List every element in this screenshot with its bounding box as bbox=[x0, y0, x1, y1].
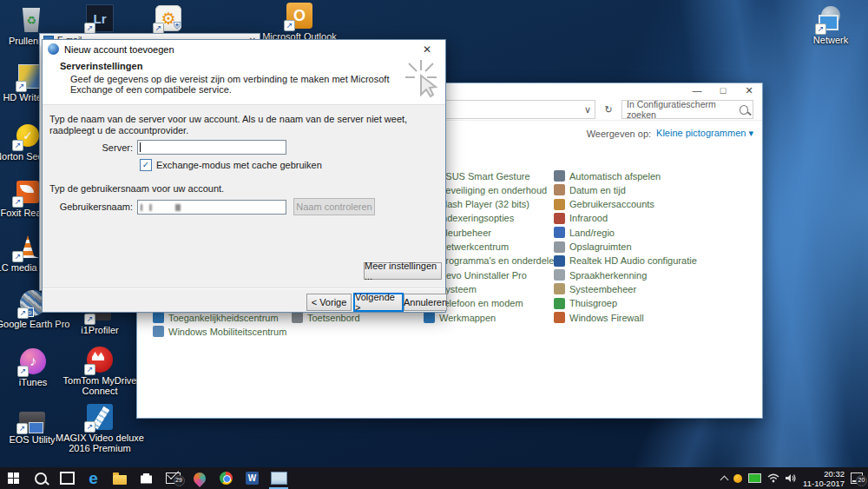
username-label: Gebruikersnaam: bbox=[43, 202, 137, 212]
username-input[interactable] bbox=[137, 200, 286, 215]
search-icon[interactable] bbox=[740, 105, 748, 115]
cp-item-thuisgroep[interactable]: Thuisgroep bbox=[554, 298, 617, 309]
active-window-icon[interactable] bbox=[266, 467, 291, 489]
start-button[interactable] bbox=[2, 467, 26, 489]
next-button[interactable]: Volgende > bbox=[353, 293, 404, 312]
tray-date: 11-10-2017 bbox=[803, 479, 845, 488]
close-button[interactable]: ✕ bbox=[736, 83, 762, 99]
sketch-cursor-graphic bbox=[404, 58, 438, 98]
wifi-icon[interactable] bbox=[767, 473, 779, 483]
shortcut-arrow-icon: ↗ bbox=[12, 196, 23, 208]
search-button[interactable] bbox=[29, 467, 53, 489]
cp-item-infrarood[interactable]: Infrarood bbox=[554, 213, 608, 224]
cp-item-label: Automatisch afspelen bbox=[569, 171, 661, 182]
chrome-icon[interactable] bbox=[214, 467, 238, 489]
search-input[interactable]: In Configuratiescherm zoeken bbox=[621, 100, 753, 119]
cp-item-spraakherkenning[interactable]: Spraakherkenning bbox=[554, 269, 647, 281]
shortcut-arrow-icon: ↗ bbox=[284, 20, 295, 31]
desktop-icon-netwerk[interactable]: ↗Netwerk bbox=[789, 5, 868, 45]
desktop-icon-label: EOS Utility bbox=[9, 434, 55, 445]
cp-item-windows-firewall[interactable]: Windows Firewall bbox=[554, 312, 644, 323]
shortcut-arrow-icon: ↗ bbox=[16, 81, 27, 92]
file-explorer-icon[interactable] bbox=[108, 467, 132, 489]
close-icon[interactable]: ✕ bbox=[414, 43, 440, 56]
shortcut-arrow-icon: ↗ bbox=[815, 23, 826, 35]
mail-icon[interactable]: 29 bbox=[161, 467, 185, 489]
maximize-button[interactable]: □ bbox=[710, 83, 736, 99]
cp-item-label: Toegankelijkheidscentrum bbox=[168, 313, 279, 323]
accessibility-center-icon bbox=[153, 312, 164, 323]
battery-icon[interactable] bbox=[748, 473, 761, 483]
desktop-icon-microsoft-outlook[interactable]: O↗Microsoft Outlook bbox=[258, 2, 341, 42]
dialog-header-title: Serverinstellingen bbox=[60, 61, 142, 71]
desktop-icon-magix-video-deluxe[interactable]: ↗MAGIX Video deluxe 2016 Premium bbox=[58, 403, 141, 453]
search-placeholder: In Configuratiescherm zoeken bbox=[627, 99, 740, 120]
task-view-button[interactable] bbox=[55, 467, 79, 489]
system-tray: 20:32 11-10-2017 20 bbox=[721, 467, 868, 489]
desktop-icon-label: MAGIX Video deluxe 2016 Premium bbox=[52, 433, 148, 453]
cp-item-label: Windows Firewall bbox=[569, 313, 644, 323]
cp-item-label: Programma's en onderdelen bbox=[439, 255, 559, 266]
cp-item-automatisch-afspelen[interactable]: Automatisch afspelen bbox=[554, 170, 661, 182]
cp-item-label: Spraakherkenning bbox=[569, 270, 647, 281]
cp-item-gebruikersaccounts[interactable]: Gebruikersaccounts bbox=[554, 199, 654, 210]
cp-item-label: Kleurbeheer bbox=[439, 228, 491, 238]
tray-chevron-up-icon[interactable] bbox=[721, 474, 727, 483]
store-icon[interactable] bbox=[135, 467, 159, 489]
cp-item-label: Infrarood bbox=[569, 213, 608, 223]
speech-icon bbox=[554, 269, 565, 281]
edge-icon[interactable]: e bbox=[82, 467, 106, 489]
cp-item-toetsenbord[interactable]: Toetsenbord bbox=[292, 312, 360, 323]
server-instruction-line1: Typ de naam van de server voor uw accoun… bbox=[49, 114, 445, 125]
user-instruction: Typ de gebruikersnaam voor uw account. bbox=[49, 183, 445, 195]
back-button[interactable]: < Vorige bbox=[306, 294, 352, 311]
cancel-button[interactable]: Annuleren bbox=[404, 294, 447, 311]
cp-item-opslagruimten[interactable]: Opslagruimten bbox=[554, 241, 632, 253]
desktop-icon-label: Netwerk bbox=[813, 35, 848, 45]
keyboard-icon bbox=[292, 312, 303, 323]
word-icon[interactable]: W bbox=[240, 467, 265, 489]
desktop-icon-gears-tool[interactable]: ⚙↗ bbox=[127, 4, 210, 34]
shortcut-arrow-icon: ↗ bbox=[16, 423, 28, 434]
cache-mode-checkbox[interactable]: ✓ bbox=[140, 159, 152, 171]
datetime-icon bbox=[554, 184, 565, 195]
action-center-icon[interactable]: 20 bbox=[851, 472, 863, 484]
cp-item-label: Opslagruimten bbox=[569, 241, 632, 252]
shortcut-arrow-icon: ↗ bbox=[12, 251, 23, 262]
view-selector[interactable]: Kleine pictogrammen ▾ bbox=[656, 128, 753, 139]
cp-item-systeembeheer[interactable]: Systeembeheer bbox=[554, 283, 636, 294]
cp-item-toegankelijkheidscentrum[interactable]: Toegankelijkheidscentrum bbox=[153, 312, 279, 323]
norton-tray-icon[interactable] bbox=[733, 474, 742, 483]
server-input[interactable] bbox=[137, 140, 286, 155]
more-settings-button[interactable]: Meer instellingen ... bbox=[364, 262, 442, 280]
paint-icon[interactable] bbox=[187, 467, 212, 489]
cp-item-label: Toetsenbord bbox=[307, 313, 360, 323]
cp-item-datum-en-tijd[interactable]: Datum en tijd bbox=[554, 184, 626, 195]
check-name-button[interactable]: Naam controleren bbox=[293, 198, 375, 215]
shortcut-arrow-icon: ↗ bbox=[17, 366, 29, 377]
admin-tools-icon bbox=[554, 283, 565, 294]
minimize-button[interactable]: — bbox=[684, 83, 710, 99]
tray-time: 20:32 bbox=[824, 469, 845, 479]
cp-item-land-regio[interactable]: Land/regio bbox=[554, 227, 615, 238]
volume-icon[interactable] bbox=[786, 473, 797, 483]
desktop-icon-label: i1Profiler bbox=[81, 325, 118, 335]
cp-item-label: Windows Mobiliteitscentrum bbox=[168, 327, 286, 337]
user-accounts-icon bbox=[554, 199, 565, 210]
cp-item-label: Revo Uninstaller Pro bbox=[439, 270, 527, 281]
desktop-icon-tomtom-mydrive-connect[interactable]: ↗TomTom MyDrive Connect bbox=[58, 346, 141, 396]
cp-item-label: Werkmappen bbox=[439, 313, 496, 323]
cp-item-windows-mobiliteitscentrum[interactable]: Windows Mobiliteitscentrum bbox=[153, 326, 286, 337]
cp-item-label: Thuisgroep bbox=[569, 298, 617, 308]
cp-item-label: Datum en tijd bbox=[569, 185, 626, 195]
shortcut-arrow-icon: ↗ bbox=[84, 421, 95, 433]
notification-badge: 20 bbox=[856, 475, 867, 486]
cp-item-werkmappen[interactable]: Werkmappen bbox=[424, 312, 496, 323]
prullenbak-icon: ♻ bbox=[21, 8, 42, 32]
chevron-down-icon[interactable]: ∨ bbox=[584, 104, 591, 116]
cp-item-realtek-hd-audio-configuratie[interactable]: Realtek HD Audio configuratie bbox=[554, 255, 697, 267]
cp-item-label: Systeembeheer bbox=[569, 284, 636, 294]
add-account-dialog[interactable]: Nieuw account toevoegen ✕ Serverinstelli… bbox=[42, 39, 446, 313]
clock[interactable]: 20:32 11-10-2017 bbox=[803, 469, 845, 488]
refresh-icon[interactable]: ↻ bbox=[601, 104, 616, 116]
